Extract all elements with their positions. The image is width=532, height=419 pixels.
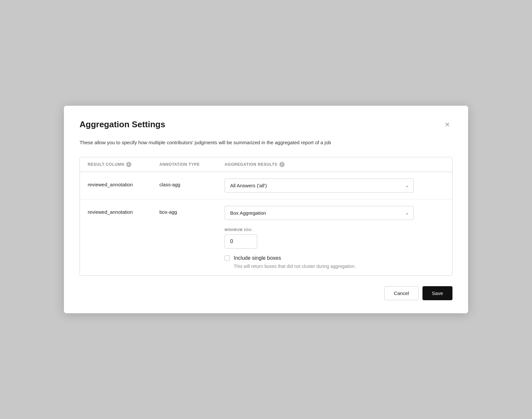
min-iou-input[interactable]: [225, 234, 257, 249]
row1-result-column: reviewed_annotation: [88, 178, 159, 187]
col-header-aggregation-results: AGGREGATION RESULTS i: [225, 162, 444, 167]
aggregation-results-info-icon[interactable]: i: [279, 162, 285, 167]
modal-title: Aggregation Settings: [80, 119, 165, 130]
modal-description: These allow you to specify how multiple …: [80, 139, 452, 147]
table-row: reviewed_annotation class-agg All Answer…: [80, 172, 452, 199]
modal-footer: Cancel Save: [80, 286, 452, 300]
col-header-annotation-type: ANNOTATION TYPE: [159, 162, 225, 167]
table-header-row: RESULT COLUMN i ANNOTATION TYPE AGGREGAT…: [80, 157, 452, 172]
table-row: reviewed_annotation box-agg Box Aggregat…: [80, 199, 452, 275]
box-agg-options: MINIMUM IOU: Include single boxes This w…: [225, 228, 444, 269]
min-iou-label: MINIMUM IOU:: [225, 228, 444, 232]
row2-aggregation-cell: Box Aggregation Other ⌄ MINIMUM IOU: Inc…: [225, 206, 444, 269]
include-single-boxes-checkbox[interactable]: [225, 256, 230, 261]
row1-annotation-type: class-agg: [159, 178, 225, 187]
save-button[interactable]: Save: [422, 286, 452, 300]
row1-aggregation-select[interactable]: All Answers ('all') Majority Vote: [225, 178, 414, 193]
close-button[interactable]: ×: [442, 119, 452, 130]
include-single-boxes-hint: This will return boxes that did not clus…: [234, 264, 444, 269]
include-single-boxes-label: Include single boxes: [234, 255, 281, 261]
modal-overlay: Aggregation Settings × These allow you t…: [0, 0, 532, 419]
settings-table: RESULT COLUMN i ANNOTATION TYPE AGGREGAT…: [80, 157, 452, 276]
row2-select-wrapper: Box Aggregation Other ⌄: [225, 206, 414, 220]
row2-aggregation-select[interactable]: Box Aggregation Other: [225, 206, 414, 220]
row2-annotation-type: box-agg: [159, 206, 225, 215]
row1-select-wrapper: All Answers ('all') Majority Vote ⌄: [225, 178, 414, 193]
col-header-result-column: RESULT COLUMN i: [88, 162, 159, 167]
cancel-button[interactable]: Cancel: [384, 286, 419, 300]
modal-header: Aggregation Settings ×: [80, 119, 452, 130]
row1-aggregation-cell: All Answers ('all') Majority Vote ⌄: [225, 178, 444, 193]
result-column-info-icon[interactable]: i: [126, 162, 131, 167]
include-single-boxes-row: Include single boxes: [225, 255, 444, 261]
aggregation-settings-modal: Aggregation Settings × These allow you t…: [64, 106, 468, 313]
row2-result-column: reviewed_annotation: [88, 206, 159, 215]
